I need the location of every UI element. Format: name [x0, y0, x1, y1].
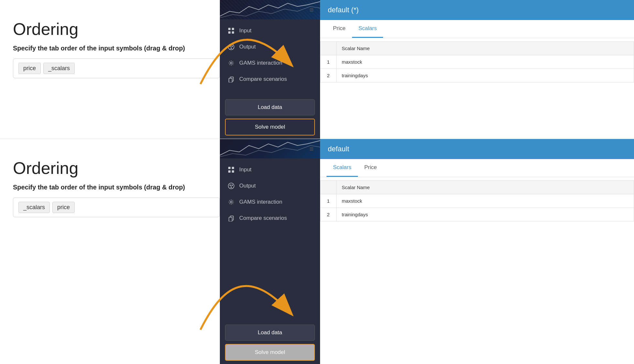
top-nav-menu: Input Output: [220, 19, 320, 96]
top-nav-label-output: Output: [239, 44, 256, 50]
bottom-table-row-1: 1 maxstock: [320, 194, 634, 208]
top-row2-num: 2: [320, 69, 337, 82]
svg-rect-14: [232, 167, 234, 169]
top-grid-icon: [228, 27, 235, 34]
bottom-load-btn[interactable]: Load data: [225, 325, 315, 341]
svg-rect-1: [232, 28, 234, 30]
top-nav-label-compare: Compare scenarios: [239, 76, 287, 82]
bottom-nav-label-input: Input: [239, 166, 252, 173]
bottom-table-name-header: Scalar Name: [337, 181, 634, 194]
svg-point-6: [231, 46, 233, 47]
top-tab-price[interactable]: Price: [327, 20, 352, 38]
top-row2-name: trainingdays: [337, 69, 634, 82]
top-ordering-subtitle: Specify the tab order of the input symbo…: [13, 45, 207, 52]
top-tag-price[interactable]: price: [18, 63, 41, 74]
bottom-nav-item-output[interactable]: Output: [220, 178, 320, 194]
top-nav-item-compare[interactable]: Compare scenarios: [220, 71, 320, 87]
bottom-nav-panel: ≡ Input: [220, 139, 320, 364]
top-scenario-table: Scalar Name 1 maxstock 2 trainingdays: [320, 41, 634, 82]
bottom-nav-label-compare: Compare scenarios: [239, 215, 287, 221]
svg-point-4: [228, 44, 234, 50]
top-scenario-header: default (*): [320, 0, 634, 20]
bottom-nav-menu: Input Output: [220, 158, 320, 321]
top-load-btn[interactable]: Load data: [225, 99, 315, 115]
top-nav-chart-image: [220, 0, 320, 19]
svg-rect-23: [229, 217, 232, 221]
top-row1-num: 1: [320, 55, 337, 69]
top-right-panel: default (*) Price Scalars Scalar Name 1 …: [320, 0, 634, 139]
top-nav-item-output[interactable]: Output: [220, 39, 320, 55]
top-table-row-2: 2 trainingdays: [320, 69, 634, 82]
svg-point-5: [230, 46, 231, 47]
bottom-nav-buttons: Load data Solve model: [220, 321, 320, 364]
top-nav-item-input[interactable]: Input: [220, 23, 320, 39]
bottom-tag-container[interactable]: _scalars price: [13, 198, 220, 217]
top-tag-scalars[interactable]: _scalars: [43, 63, 75, 74]
svg-point-8: [230, 62, 232, 64]
svg-rect-16: [232, 170, 234, 173]
bottom-nav-chart-image: [220, 139, 320, 158]
top-palette-icon: [228, 43, 235, 50]
bottom-ordering-subtitle: Specify the tab order of the input symbo…: [13, 184, 207, 191]
top-left-panel: Ordering Specify the tab order of the in…: [0, 0, 220, 139]
svg-point-18: [230, 185, 231, 186]
top-copy-icon: [228, 76, 235, 83]
top-nav-panel: ≡ Input: [220, 0, 320, 139]
svg-rect-15: [228, 170, 231, 173]
top-table-row-1: 1 maxstock: [320, 55, 634, 69]
top-row1-name: maxstock: [337, 55, 634, 69]
top-table-name-header: Scalar Name: [337, 42, 634, 55]
top-scenario-tabs: Price Scalars: [320, 20, 634, 38]
bottom-nav-item-input[interactable]: Input: [220, 162, 320, 178]
bottom-table-num-header: [320, 181, 337, 194]
top-solve-btn[interactable]: Solve model: [225, 119, 315, 135]
svg-rect-3: [232, 31, 234, 34]
top-nav-buttons: Load data Solve model: [220, 96, 320, 139]
bottom-tab-price[interactable]: Price: [358, 159, 383, 177]
bottom-right-panel: default Scalars Price Scalar Name 1 maxs…: [320, 139, 634, 364]
bottom-solve-btn[interactable]: Solve model: [225, 344, 315, 361]
bottom-left-panel: Ordering Specify the tab order of the in…: [0, 139, 220, 364]
top-tag-container[interactable]: price _scalars: [13, 59, 220, 78]
bottom-nav-item-gams[interactable]: GAMS interaction: [220, 194, 320, 210]
bottom-nav-label-gams: GAMS interaction: [239, 199, 282, 205]
top-tab-scalars[interactable]: Scalars: [352, 20, 383, 38]
svg-point-19: [231, 185, 233, 186]
bottom-row1-num: 1: [320, 194, 337, 208]
top-hamburger-icon[interactable]: ≡: [309, 6, 314, 14]
bottom-tag-price[interactable]: price: [52, 202, 75, 213]
svg-point-7: [231, 48, 232, 49]
bottom-hamburger-icon[interactable]: ≡: [309, 145, 314, 153]
svg-rect-0: [228, 28, 231, 30]
bottom-tab-scalars[interactable]: Scalars: [327, 159, 358, 177]
svg-point-17: [228, 183, 234, 189]
bottom-grid-icon: [228, 166, 235, 173]
top-table-num-header: [320, 42, 337, 55]
svg-rect-13: [228, 167, 231, 169]
bottom-row2-name: trainingdays: [337, 208, 634, 221]
top-nav-label-gams: GAMS interaction: [239, 60, 282, 66]
top-nav-item-gams[interactable]: GAMS interaction: [220, 55, 320, 71]
bottom-scenario-table: Scalar Name 1 maxstock 2 trainingdays: [320, 180, 634, 221]
top-ordering-title: Ordering: [13, 19, 207, 39]
bottom-half: Ordering Specify the tab order of the in…: [0, 139, 634, 364]
bottom-scenario-tabs: Scalars Price: [320, 159, 634, 177]
bottom-ordering-title: Ordering: [13, 158, 207, 178]
bottom-nav-label-output: Output: [239, 183, 256, 189]
bottom-tag-scalars[interactable]: _scalars: [18, 202, 50, 213]
svg-rect-11: [229, 78, 232, 82]
top-nav-label-input: Input: [239, 27, 252, 34]
bottom-gear-icon: [228, 198, 235, 206]
bottom-table-row-2: 2 trainingdays: [320, 208, 634, 221]
bottom-row2-num: 2: [320, 208, 337, 221]
top-gear-icon: [228, 59, 235, 67]
bottom-scenario-header: default: [320, 139, 634, 159]
svg-rect-2: [228, 31, 231, 34]
bottom-nav-item-compare[interactable]: Compare scenarios: [220, 210, 320, 226]
bottom-copy-icon: [228, 215, 235, 222]
bottom-palette-icon: [228, 182, 235, 189]
svg-point-20: [231, 187, 232, 188]
bottom-row1-name: maxstock: [337, 194, 634, 208]
svg-point-21: [230, 201, 232, 203]
